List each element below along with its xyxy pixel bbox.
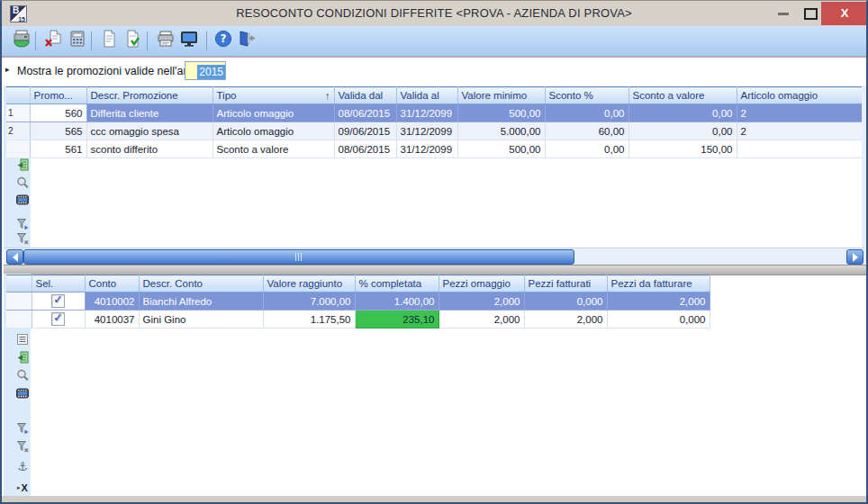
grid-cell[interactable]: 235,10 bbox=[355, 310, 439, 328]
grid-cell[interactable]: 31/12/2099 bbox=[396, 104, 457, 122]
filter-button[interactable] bbox=[14, 422, 32, 438]
grid-cell[interactable]: ccc omaggio spesa bbox=[86, 122, 212, 140]
scroll-right-button[interactable] bbox=[846, 249, 863, 265]
grid-cell[interactable]: 60,00 bbox=[545, 122, 628, 140]
grid-cell[interactable]: Differita cliente bbox=[86, 104, 212, 122]
column-header[interactable]: % completata bbox=[355, 275, 439, 292]
column-header[interactable]: Pezzi omaggio bbox=[439, 275, 524, 292]
grid-cell[interactable]: 4010037 bbox=[85, 310, 139, 328]
grid-button[interactable] bbox=[14, 194, 32, 210]
row-number[interactable]: 1 bbox=[6, 104, 30, 122]
close-button[interactable]: X bbox=[821, 2, 868, 25]
row-number[interactable] bbox=[6, 140, 30, 158]
grid-cell[interactable]: 0,00 bbox=[628, 104, 737, 122]
column-header[interactable]: Conto bbox=[85, 275, 139, 292]
insert-row-button[interactable] bbox=[14, 158, 32, 175]
grid-cell[interactable]: 2 bbox=[737, 122, 863, 140]
column-header[interactable]: Valida dal bbox=[334, 87, 396, 104]
preview-video-button[interactable] bbox=[178, 30, 200, 51]
insert-row-button[interactable] bbox=[14, 351, 32, 367]
grid-cell[interactable]: 2,000 bbox=[439, 310, 524, 328]
column-header[interactable]: Valida al bbox=[396, 87, 457, 104]
grid-cell[interactable]: Sconto a valore bbox=[212, 140, 334, 158]
grid-cell[interactable]: 08/06/2015 bbox=[334, 104, 396, 122]
record-selector-header[interactable] bbox=[6, 275, 32, 292]
grid-cell[interactable]: 09/06/2015 bbox=[334, 122, 396, 140]
grid-cell[interactable]: 1.175,50 bbox=[263, 310, 355, 328]
grid-cell[interactable]: 0,00 bbox=[628, 122, 737, 140]
column-header[interactable]: Sel. bbox=[32, 275, 85, 292]
column-header[interactable]: Pezzi fatturati bbox=[524, 275, 607, 292]
grid-cell[interactable]: 2 bbox=[737, 104, 863, 122]
column-header[interactable]: Tipo↑ bbox=[212, 87, 334, 104]
scroll-thumb[interactable] bbox=[23, 249, 574, 265]
grid-cell[interactable]: Articolo omaggio bbox=[212, 104, 334, 122]
delete-document-button[interactable] bbox=[42, 30, 64, 51]
column-header[interactable]: Promo... bbox=[30, 87, 86, 104]
grid-cell[interactable]: Bianchi Alfredo bbox=[139, 292, 263, 310]
column-header[interactable]: Sconto % bbox=[545, 87, 628, 104]
grid-cell[interactable] bbox=[737, 140, 863, 158]
grid-cell[interactable]: 31/12/2099 bbox=[396, 122, 457, 140]
grid-cell[interactable]: 08/06/2015 bbox=[334, 140, 396, 158]
grid-cell[interactable]: sconto differito bbox=[86, 140, 212, 158]
grid-cell[interactable]: 7.000,00 bbox=[263, 292, 355, 310]
list-button[interactable] bbox=[14, 333, 32, 349]
column-header[interactable]: Descr. Conto bbox=[139, 275, 263, 292]
column-header[interactable]: Sconto a valore bbox=[628, 87, 737, 104]
scroll-left-button[interactable] bbox=[6, 249, 23, 265]
grid-cell[interactable]: 5.000,00 bbox=[457, 122, 545, 140]
grid-cell[interactable]: 500,00 bbox=[457, 104, 545, 122]
grid-cell[interactable]: 2,000 bbox=[607, 292, 710, 310]
year-input[interactable]: 2015 bbox=[185, 61, 226, 80]
column-header[interactable]: Descr. Promozione bbox=[86, 87, 212, 104]
calculator-button[interactable] bbox=[67, 30, 88, 51]
help-button[interactable]: ? bbox=[212, 30, 234, 51]
grid-cell[interactable]: Gini Gino bbox=[139, 310, 263, 328]
filter-clear-button[interactable] bbox=[14, 440, 32, 456]
confirm-document-button[interactable] bbox=[122, 30, 143, 51]
grid-cell[interactable]: ✓ bbox=[32, 292, 85, 310]
titlebar[interactable]: B 15 RESOCONTO CONDIZIONI DIFFERITE <PRO… bbox=[2, 1, 866, 27]
column-header[interactable]: Valore raggiunto bbox=[263, 275, 355, 292]
grid-cell[interactable]: 0,000 bbox=[524, 292, 607, 310]
search-button[interactable] bbox=[14, 176, 32, 193]
grid-cell[interactable]: 2,000 bbox=[524, 310, 607, 328]
grid-cell[interactable]: 0,00 bbox=[545, 104, 628, 122]
grid-cell[interactable]: 31/12/2099 bbox=[396, 140, 457, 158]
grid-cell[interactable]: 150,00 bbox=[628, 140, 737, 158]
exit-button[interactable] bbox=[235, 30, 257, 51]
grid-cell[interactable]: Articolo omaggio bbox=[212, 122, 334, 140]
grid-cell[interactable]: 500,00 bbox=[457, 140, 545, 158]
grid-cell[interactable]: 0,00 bbox=[545, 140, 628, 158]
column-header[interactable]: Valore minimo bbox=[457, 87, 545, 104]
expander-icon[interactable]: ▸ bbox=[5, 65, 10, 74]
record-selector-header[interactable] bbox=[6, 87, 30, 104]
scroll-right-icon bbox=[853, 253, 858, 262]
print-button[interactable] bbox=[155, 30, 176, 51]
grid-button[interactable] bbox=[14, 387, 32, 403]
grid-cell[interactable]: 1.400,00 bbox=[355, 292, 439, 310]
print-save-button[interactable] bbox=[11, 30, 32, 51]
row-number[interactable]: 2 bbox=[6, 122, 30, 140]
minimize-button[interactable] bbox=[778, 13, 789, 15]
document-button[interactable] bbox=[98, 30, 120, 51]
row-checkbox[interactable]: ✓ bbox=[51, 312, 65, 326]
grid-cell[interactable]: 4010002 bbox=[85, 292, 139, 310]
column-header[interactable]: Articolo omaggio bbox=[737, 87, 863, 104]
grid-cell[interactable]: 565 bbox=[30, 122, 86, 140]
grid-cell[interactable]: 0,000 bbox=[607, 310, 710, 328]
filter-clear-button[interactable] bbox=[14, 232, 32, 248]
grid-cell[interactable]: 560 bbox=[30, 104, 86, 122]
maximize-button[interactable] bbox=[804, 8, 818, 20]
search-button[interactable] bbox=[14, 369, 32, 385]
insert-row-icon bbox=[15, 158, 30, 176]
grid-cell[interactable]: ✓ bbox=[32, 310, 85, 328]
row-number[interactable] bbox=[6, 310, 32, 328]
column-header[interactable]: Pezzi da fatturare bbox=[607, 275, 710, 292]
anchor-button[interactable]: ⚓ bbox=[14, 458, 32, 474]
grid-cell[interactable]: 561 bbox=[30, 140, 86, 158]
grid-cell[interactable]: 2,000 bbox=[439, 292, 524, 310]
row-checkbox[interactable]: ✓ bbox=[51, 294, 65, 308]
row-number[interactable] bbox=[6, 292, 32, 310]
